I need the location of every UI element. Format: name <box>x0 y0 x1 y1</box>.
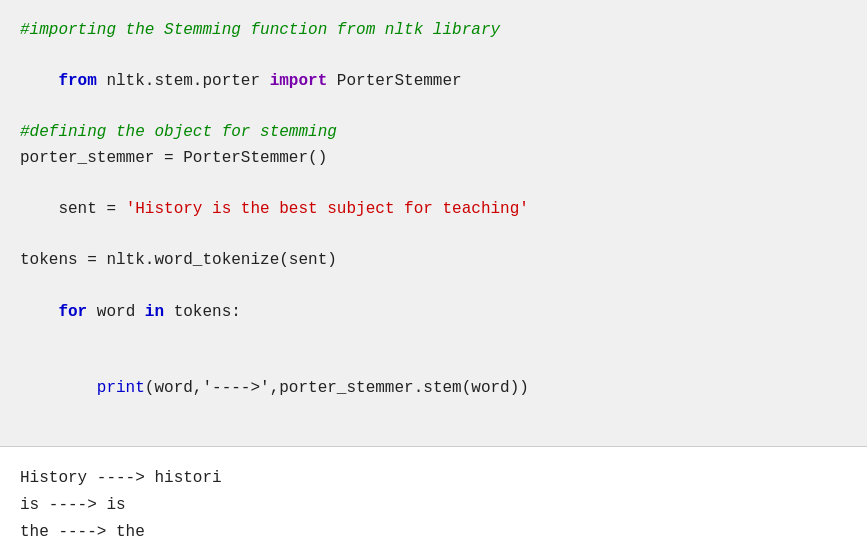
code-print-args: (word,'---->',porter_stemmer.stem(word)) <box>145 379 529 397</box>
code-line-2: from nltk.stem.porter import PorterStemm… <box>20 44 847 121</box>
code-module: nltk.stem.porter <box>97 72 270 90</box>
code-indent <box>58 379 96 397</box>
code-string: 'History is the best subject for teachin… <box>116 200 529 218</box>
code-line-5: sent = 'History is the best subject for … <box>20 172 847 249</box>
code-print-fn: print <box>97 379 145 397</box>
code-line-8: print(word,'---->',porter_stemmer.stem(w… <box>20 351 847 428</box>
keyword-in: in <box>145 303 164 321</box>
keyword-for: for <box>58 303 87 321</box>
keyword-import: import <box>270 72 328 90</box>
code-sent-var: sent <box>58 200 106 218</box>
code-line-1: #importing the Stemming function from nl… <box>20 18 847 44</box>
code-line-3: #defining the object for stemming <box>20 120 847 146</box>
code-eq: = <box>106 200 116 218</box>
output-block: History ----> historiis ----> isthe ----… <box>0 447 867 545</box>
output-line: History ----> histori <box>20 465 847 492</box>
code-class: PorterStemmer <box>327 72 461 90</box>
code-block: #importing the Stemming function from nl… <box>0 0 867 447</box>
output-line: is ----> is <box>20 492 847 519</box>
code-word-var: word <box>87 303 145 321</box>
keyword-from: from <box>58 72 96 90</box>
code-line-6: tokens = nltk.word_tokenize(sent) <box>20 248 847 274</box>
code-tokens: tokens: <box>164 303 241 321</box>
code-line-7: for word in tokens: <box>20 274 847 351</box>
code-line-4: porter_stemmer = PorterStemmer() <box>20 146 847 172</box>
output-line: the ----> the <box>20 519 847 544</box>
